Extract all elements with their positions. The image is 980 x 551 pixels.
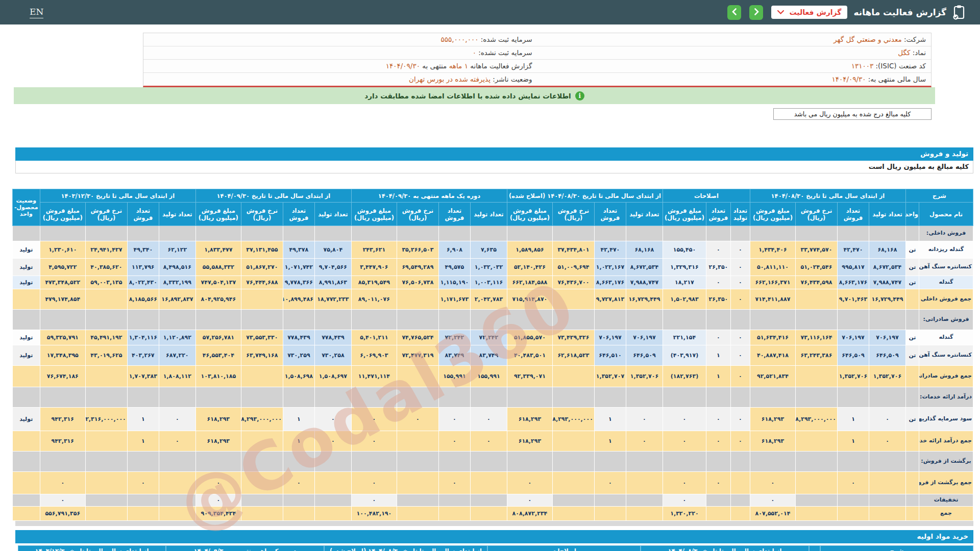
table-cell — [40, 226, 85, 241]
table-cell: ۰ — [730, 241, 750, 259]
table-cell — [795, 452, 837, 472]
fiscal-year-field: سال مالی منتهی به: ۱۴۰۴/۰۹/۳۰ — [537, 73, 932, 86]
table-cell — [12, 431, 40, 452]
table-cell: ۱۱,۴۷۱,۱۱۴ — [351, 366, 397, 387]
table-cell: ۱,۰۳۲,۰۳۲ — [470, 259, 507, 276]
table-cell: ۷,۶۳۵ — [470, 241, 507, 259]
table-cell — [730, 507, 750, 521]
table-cell: ۸۳,۷۴۹ — [438, 345, 470, 366]
table-cell: تولید — [12, 276, 40, 289]
table-cell — [159, 226, 195, 241]
table-cell — [795, 494, 837, 507]
next-report-button[interactable] — [749, 5, 763, 20]
info-row: شرکت: معدني و صنعتي گل گهر سرمایه ثبت شد… — [143, 33, 931, 46]
table-cell — [12, 507, 40, 521]
table-cell: ۱,۵۰۲,۹۸۳ — [663, 289, 706, 310]
table-cell: ۰ — [314, 431, 351, 452]
column-header: مبلغ فروش (میلیون ریال) — [663, 203, 706, 226]
column-header: از ابتدای سال مالی تا تاریخ ۱۴۰۳/۱۲/۳۰ — [40, 189, 195, 203]
table-cell: ۱ — [127, 431, 159, 452]
top-bar: گزارش فعالیت ماهانه گزارش فعالیت EN — [0, 0, 980, 24]
table-cell: ۸۵,۳۱۹,۵۴۹ — [351, 276, 397, 289]
table-cell — [12, 226, 40, 241]
table-cell: ۰ — [730, 408, 750, 431]
table-cell — [869, 310, 905, 330]
table-cell — [552, 431, 594, 452]
table-cell: ۷۷۸,۴۳۹ — [283, 330, 314, 345]
language-toggle-en[interactable]: EN — [30, 7, 43, 18]
table-cell — [241, 226, 283, 241]
table-cell — [159, 494, 195, 507]
table-cell: ۱,۸۳۳,۴۷۷ — [195, 241, 241, 259]
column-header: نرخ فروش (ریال) — [85, 203, 127, 226]
table-cell — [85, 226, 127, 241]
table-cell: ۶۱۸,۲۹۳ — [507, 431, 552, 452]
table-cell — [12, 387, 40, 408]
table-cell: ۴۲,۴۷۰ — [837, 241, 869, 259]
column-header: تعداد تولید — [470, 203, 507, 226]
table-cell — [663, 387, 706, 408]
table-cell — [869, 387, 905, 408]
table-cell: ۱۸,۲۱۷ — [663, 276, 706, 289]
table-cell: ۸,۰۲۲,۴۳۰ — [127, 276, 159, 289]
table-cell: ۶۸,۱۶۸ — [869, 241, 905, 259]
table-cell — [470, 507, 507, 521]
table-cell: ۱۰۳,۸۱۰,۱۸۵ — [195, 366, 241, 387]
table-cell: ۳۳,۷۷۴,۵۷۰ — [795, 241, 837, 259]
clipboard-report-icon — [952, 5, 966, 20]
table-cell: ۰ — [351, 408, 397, 431]
table-cell: ۵۱,۰۰۹,۶۹۴ — [552, 259, 594, 276]
table-cell: ۵۹,۳۲۵,۷۹۱ — [40, 330, 85, 345]
column-header: از ابتدای سال مالی تا تاریخ ۱۴۰۳/۱۲/۳۰ — [18, 545, 166, 551]
table-cell — [397, 366, 438, 387]
ticker-symbol-field: نماد: کگل — [537, 46, 932, 59]
table-cell: ۰ — [730, 330, 750, 345]
table-cell: ۱ — [127, 408, 159, 431]
table-cell: (۴۰۳,۹۱۷) — [663, 345, 706, 366]
table-cell: ۱۶,۷۲۹,۴۴۹ — [869, 289, 905, 310]
report-period-field: گزارش فعالیت ماهانه ۱ ماهه منتهی به ۱۴۰۴… — [143, 60, 537, 72]
table-cell: تن — [905, 241, 919, 259]
report-type-dropdown[interactable]: گزارش فعالیت — [771, 6, 847, 19]
table-cell: ۵۵,۵۸۸,۳۳۲ — [195, 259, 241, 276]
table-cell: ۰ — [730, 289, 750, 310]
table-cell: ۹۴۲,۳۱۶ — [40, 408, 85, 431]
table-cell: ۰ — [40, 472, 85, 494]
table-cell — [241, 494, 283, 507]
table-cell — [397, 494, 438, 507]
table-cell: ۵,۴۰۱,۲۱۱ — [351, 330, 397, 345]
table-cell — [750, 452, 795, 472]
table-cell — [552, 366, 594, 387]
table-cell: ۲۶,۳۵۰ — [706, 289, 730, 310]
column-header: مبلغ فروش (میلیون ریال) — [40, 203, 85, 226]
table-cell: ۷۳۰,۲۵۹ — [283, 345, 314, 366]
table-cell: ۱,۵۰۸,۶۹۸ — [283, 366, 314, 387]
table-cell — [351, 387, 397, 408]
table-cell: ۷۴۷,۵۰۴,۱۳۷ — [195, 276, 241, 289]
table-cell: ۶۲,۱۲۲ — [159, 241, 195, 259]
column-header: تعداد فروش — [594, 203, 626, 226]
table-cell: ۶۴۶,۵۰۹ — [626, 345, 663, 366]
table-cell — [12, 310, 40, 330]
table-cell — [470, 494, 507, 507]
table-cell — [706, 310, 730, 330]
table-row-section: فروش داخلی: — [12, 226, 973, 241]
table-cell — [626, 507, 663, 521]
column-header — [809, 545, 820, 551]
table-cell: ۱۵۵,۴۵۰ — [663, 241, 706, 259]
table-cell: ۱ — [706, 366, 730, 387]
table-cell — [438, 452, 470, 472]
prev-report-button[interactable] — [727, 5, 741, 20]
table-cell: ۶۱۸,۲۹۳,۰۰۰,۰۰۰ — [795, 408, 837, 431]
table-cell — [507, 387, 552, 408]
table-cell — [85, 387, 127, 408]
column-header: از ابتدای سال مالی تا تاریخ ۱۴۰۴/۰۸/۳۰ — [641, 545, 809, 551]
table-cell: ۶۸۷,۲۲۰ — [159, 345, 195, 366]
table-cell: ۰ — [750, 494, 795, 507]
table-cell — [397, 472, 438, 494]
table-cell: ۱,۳۵۲,۷۰۶ — [626, 366, 663, 387]
table-cell: ۰ — [869, 431, 905, 452]
table-cell: ۶۴۶,۵۱۰ — [594, 345, 626, 366]
table-cell — [905, 366, 919, 387]
table-cell: ۷۱۵,۹۱۴,۸۷۰ — [507, 289, 552, 310]
